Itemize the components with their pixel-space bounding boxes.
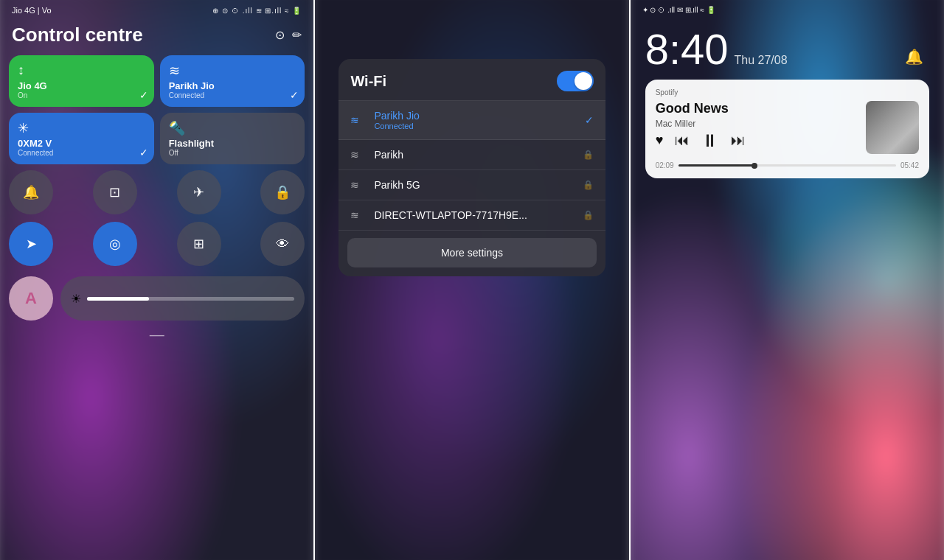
time-section: 8:40 Thu 27/08 🔔 (639, 17, 935, 74)
wifi-toggle[interactable] (557, 71, 594, 91)
wifi-item-connected[interactable]: ≋ Parikh Jio Connected ✓ (339, 101, 605, 140)
mobile-icon: ↕ (18, 63, 145, 78)
elapsed-time: 02:09 (656, 161, 674, 169)
wifi-parikh-info: Parikh (368, 149, 582, 161)
panel3-content: ✦ ⊙ ⏲ .ıll ✉ ⊞.ıll ≈ 🔋 8:40 Thu 27/08 🔔 … (631, 0, 944, 560)
wifi-item-parikh[interactable]: ≋ Parikh 🔒 (339, 140, 605, 170)
connected-network-status: Connected (374, 122, 584, 130)
connected-check-icon: ✓ (585, 114, 594, 126)
panel1-content: Jio 4G | Vo ⊕ ⊙ ⏲ .ıll ≋ ⊞.ıll ≈ 🔋 Contr… (0, 0, 313, 560)
eye-button[interactable]: 👁 (260, 222, 305, 266)
brightness-track (87, 297, 294, 301)
wifi-icon-direct: ≋ (350, 209, 368, 221)
wifi-item-info: Parikh Jio Connected (368, 110, 584, 130)
progress-track (678, 164, 896, 167)
music-card: Spotify Good News Mac Miller ♥ ⏮ ⏸ ⏭ (645, 80, 929, 178)
header-icons: ⊙ ✏ (275, 28, 302, 42)
pause-button[interactable]: ⏸ (701, 130, 719, 151)
toggle-knob (575, 72, 592, 90)
parikh-lock-icon: 🔒 (583, 150, 594, 160)
circle-row-1: 🔔 ⊡ ✈ 🔒 (9, 170, 305, 214)
flashlight-label: Flashlight (169, 138, 296, 149)
direct-name: DIRECT-WTLAPTOP-7717H9E... (374, 209, 582, 221)
wifi-item-direct[interactable]: ≋ DIRECT-WTLAPTOP-7717H9E... 🔒 (339, 200, 605, 231)
flashlight-tile[interactable]: 🔦 Flashlight Off (160, 113, 305, 164)
wifi-title: Wi-Fi (350, 73, 386, 90)
brightness-slider[interactable]: ☀ (60, 276, 305, 321)
tiles-row-2: ✳ 0XM2 V Connected ✓ 🔦 Flashlight Off (9, 113, 305, 164)
wifi-panel: Wi-Fi ≋ Parikh Jio Connected ✓ ≋ (315, 0, 628, 560)
home-indicator: — (9, 321, 305, 348)
wifi-header: Wi-Fi (339, 59, 605, 101)
flashlight-sub: Off (169, 149, 296, 157)
lockscreen-panel: ✦ ⊙ ⏲ .ıll ✉ ⊞.ıll ≈ 🔋 8:40 Thu 27/08 🔔 … (631, 0, 944, 560)
location-button[interactable]: ➤ (9, 222, 53, 266)
wifi-dropdown: Wi-Fi ≋ Parikh Jio Connected ✓ ≋ (339, 59, 605, 276)
bluetooth-label: 0XM2 V (18, 138, 145, 149)
mobile-tile[interactable]: ↕ Jio 4G On ✓ (9, 55, 154, 107)
wifi-icon-parikh: ≋ (350, 149, 368, 161)
lock-status-bar: ✦ ⊙ ⏲ .ıll ✉ ⊞.ıll ≈ 🔋 (639, 0, 935, 17)
brightness-fill (87, 297, 149, 301)
wifi-tile-sub: Connected (169, 91, 296, 99)
music-title: Good News (656, 101, 858, 117)
bluetooth-tile[interactable]: ✳ 0XM2 V Connected ✓ (9, 113, 154, 164)
carrier-text: Jio 4G | Vo (12, 6, 52, 15)
mobile-check: ✓ (139, 89, 148, 101)
flashlight-icon: 🔦 (169, 120, 296, 136)
more-settings-button[interactable]: More settings (347, 238, 596, 267)
bell-button[interactable]: 🔔 (9, 170, 53, 214)
wifi-tile[interactable]: ≋ Parikh Jio Connected ✓ (160, 55, 305, 107)
bluetooth-check: ✓ (139, 147, 148, 158)
status-bar-1: Jio 4G | Vo ⊕ ⊙ ⏲ .ıll ≋ ⊞.ıll ≈ 🔋 (9, 0, 305, 18)
control-header: Control centre ⊙ ✏ (9, 18, 305, 55)
bottom-row: A ☀ (9, 276, 305, 321)
settings-icon[interactable]: ⊙ (275, 28, 285, 42)
wifi-signal-icon: ≋ (350, 114, 368, 126)
wifi-item-parikh5g[interactable]: ≋ Parikh 5G 🔒 (339, 170, 605, 200)
bluetooth-sub: Connected (18, 149, 145, 157)
circle-row-2: ➤ ◎ ⊞ 👁 (9, 222, 305, 266)
music-body: Good News Mac Miller ♥ ⏮ ⏸ ⏭ (656, 101, 919, 154)
lock-time: 8:40 Thu 27/08 (639, 17, 935, 74)
connected-network-name: Parikh Jio (374, 110, 584, 122)
progress-bar[interactable]: 02:09 05:42 (656, 161, 919, 169)
sun-icon: ☀ (71, 292, 81, 306)
control-title: Control centre (12, 24, 143, 46)
lock-date: Thu 27/08 (735, 54, 788, 67)
lock-status-icons: ✦ ⊙ ⏲ .ıll ✉ ⊞.ıll ≈ 🔋 (642, 6, 715, 14)
bluetooth-icon: ✳ (18, 120, 145, 136)
time-value: 8:40 (645, 24, 729, 74)
scan-button[interactable]: ⊞ (177, 222, 221, 266)
tiles-row-1: ↕ Jio 4G On ✓ ≋ Parikh Jio Connected ✓ (9, 55, 305, 107)
screen-button[interactable]: ⊡ (93, 170, 137, 214)
edit-icon[interactable]: ✏ (292, 28, 302, 42)
heart-button[interactable]: ♥ (656, 133, 664, 148)
wifi-tile-label: Parikh Jio (169, 80, 296, 91)
music-artist: Mac Miller (656, 119, 858, 129)
focus-button[interactable]: ◎ (93, 222, 137, 266)
lock-button[interactable]: 🔒 (260, 170, 305, 214)
mobile-sub: On (18, 91, 145, 99)
wifi-tile-icon: ≋ (169, 63, 296, 79)
accessibility-button[interactable]: A (9, 276, 53, 321)
mobile-label: Jio 4G (18, 80, 145, 91)
direct-lock-icon: 🔒 (583, 210, 594, 220)
parikh5g-lock-icon: 🔒 (583, 180, 594, 190)
progress-dot (752, 163, 757, 169)
previous-button[interactable]: ⏮ (675, 132, 690, 149)
wifi-direct-info: DIRECT-WTLAPTOP-7717H9E... (368, 209, 582, 221)
next-button[interactable]: ⏭ (731, 132, 746, 149)
lock-bell-icon[interactable]: 🔔 (905, 48, 923, 66)
wifi-icon-parikh5g: ≋ (350, 179, 368, 191)
wifi-tile-check: ✓ (290, 89, 299, 101)
album-art-inner (866, 101, 919, 154)
total-time: 05:42 (900, 161, 919, 169)
music-info: Good News Mac Miller ♥ ⏮ ⏸ ⏭ (656, 101, 858, 151)
music-app-label: Spotify (656, 88, 919, 97)
parikh5g-name: Parikh 5G (374, 179, 582, 191)
parikh-name: Parikh (374, 149, 582, 161)
control-centre-panel: Jio 4G | Vo ⊕ ⊙ ⏲ .ıll ≋ ⊞.ıll ≈ 🔋 Contr… (0, 0, 313, 560)
airplane-button[interactable]: ✈ (177, 170, 221, 214)
wifi-parikh5g-info: Parikh 5G (368, 179, 582, 191)
